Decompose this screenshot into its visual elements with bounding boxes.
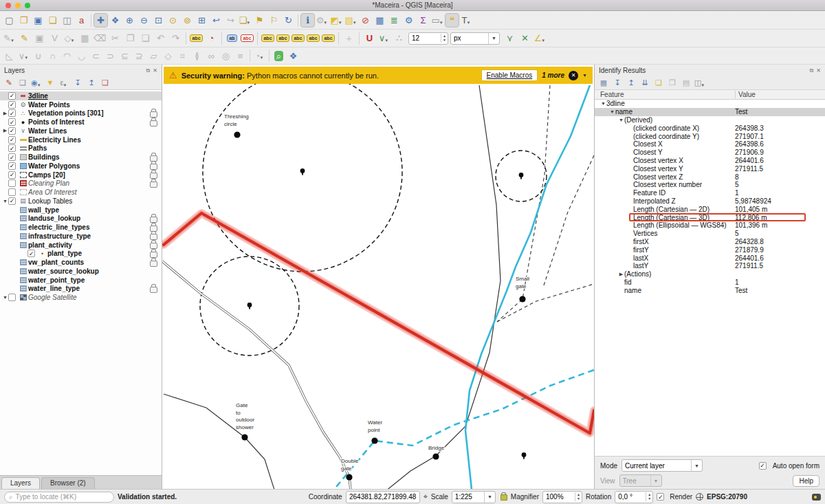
zoom-native-icon[interactable]: ⊞ — [195, 13, 209, 28]
identify-row[interactable]: Closest vertex Y271911.5 — [595, 164, 825, 173]
expand-arrow-icon[interactable]: ▼ — [2, 199, 8, 204]
mode-combo[interactable]: ▼ — [622, 459, 703, 472]
enable-snapping-icon[interactable]: U — [362, 31, 377, 45]
identify-row[interactable]: (clicked coordinate X)264398.3 — [595, 124, 825, 132]
scale-combo[interactable]: ▼ — [452, 491, 496, 503]
auto-open-form-checkbox[interactable]: ✓ — [759, 462, 767, 470]
layer-visibility-checkbox[interactable]: ✓ — [8, 92, 16, 100]
change-label-icon[interactable]: abc — [321, 31, 336, 45]
magnifier-spinbox[interactable]: ▲▼ — [542, 491, 582, 503]
copy-feature-icon[interactable]: ❐ — [666, 77, 679, 89]
render-checkbox[interactable]: ✓ — [657, 493, 664, 501]
layer-item[interactable]: ▼✓▤Lookup Tables — [0, 197, 162, 206]
layer-visibility-checkbox[interactable]: ✓ — [8, 109, 16, 117]
float-panel-icon[interactable]: ⧉ — [810, 67, 814, 74]
mode-value[interactable] — [622, 462, 691, 470]
redo-icon[interactable]: ↷ — [168, 31, 183, 45]
zoom-last-icon[interactable]: ↩ — [209, 13, 223, 28]
reshape-features-icon[interactable]: ◇ — [161, 49, 175, 63]
rotation-spinbox[interactable]: ▲▼ — [615, 491, 653, 503]
lock-scale-icon[interactable] — [500, 494, 506, 499]
simplify-feature-icon[interactable]: ◡ — [74, 49, 89, 63]
print-response-icon[interactable]: ▤ — [680, 77, 692, 89]
warning-dropdown-icon[interactable]: ▼ — [582, 73, 587, 78]
identify-settings-icon[interactable]: ◫▼ — [694, 77, 706, 89]
layer-visibility-checkbox[interactable] — [8, 294, 16, 301]
clear-results-icon[interactable]: ❏ — [652, 77, 665, 89]
sum-features-icon[interactable]: Σ — [416, 13, 430, 28]
layer-item[interactable]: Area Of Interest — [0, 188, 162, 197]
identify-features-icon[interactable]: ℹ — [300, 13, 315, 28]
expand-arrow-icon[interactable]: ▶ — [618, 272, 624, 277]
layer-item[interactable]: plant_activity — [0, 241, 162, 250]
layer-item[interactable]: ✓Electricity Lines — [0, 135, 162, 144]
panel-tab-browser-2-[interactable]: Browser (2) — [41, 477, 95, 489]
rotate-feature-icon[interactable]: ◠ — [60, 49, 74, 63]
rotate-point-symbols-icon[interactable]: ◔▼ — [252, 49, 267, 63]
stepper-arrows[interactable]: ▲▼ — [575, 492, 582, 501]
identify-row[interactable]: firstY271879.9 — [595, 245, 825, 254]
cad-tools-icon[interactable]: ◺ — [2, 49, 16, 63]
add-feature-shape-icon[interactable]: ∨▼ — [16, 49, 31, 63]
help-button[interactable]: Help — [793, 475, 820, 487]
expand-new-results-icon[interactable]: ⇊ — [639, 77, 651, 89]
delete-ring-icon[interactable]: ⊇ — [132, 49, 146, 63]
identify-row[interactable]: ▼(Derived) — [595, 116, 825, 124]
rotation-input[interactable] — [615, 493, 646, 501]
zoom-in-icon[interactable]: ⊕ — [122, 13, 137, 28]
layer-item[interactable]: water_source_lookup — [0, 267, 162, 276]
topological-editing-icon[interactable]: ⋎ — [503, 31, 517, 45]
layer-visibility-checkbox[interactable]: ✓ — [8, 162, 16, 170]
stepper-arrows[interactable]: ▲▼ — [441, 34, 448, 43]
highlight-label-icon[interactable]: abc — [261, 31, 275, 45]
layer-item[interactable]: ✓Camps [20] — [0, 171, 162, 179]
layer-item[interactable]: ▶✓∨Water Lines — [0, 127, 162, 135]
crs-status[interactable]: EPSG:20790 — [707, 493, 747, 501]
remove-layer-icon[interactable]: ❏ — [99, 77, 111, 89]
pan-map-icon[interactable]: ✚ — [94, 13, 108, 28]
layer-visibility-checkbox[interactable]: ✓ — [28, 250, 35, 257]
identify-mode-icon[interactable]: ▦ — [597, 77, 610, 89]
layer-item[interactable]: electric_line_types — [0, 223, 162, 232]
expand-arrow-icon[interactable]: ▶ — [2, 128, 8, 133]
open-project-icon[interactable]: ❐ — [16, 13, 31, 28]
open-layer-styling-icon[interactable]: ✎ — [3, 77, 15, 89]
zoom-to-selection-icon[interactable]: ⊙ — [166, 13, 180, 28]
add-part-icon[interactable]: ⊃ — [103, 49, 118, 63]
copy-move-feature-icon[interactable]: ∩ — [45, 49, 60, 63]
identify-row[interactable]: Closest vertex Z8 — [595, 173, 825, 181]
new-bookmark-icon[interactable]: ⚑ — [252, 13, 267, 28]
filter-legend-icon[interactable]: ▼ — [44, 77, 56, 89]
identify-row[interactable]: Length (Ellipsoidal — WGS84)101,396 m — [595, 221, 825, 230]
layer-visibility-checkbox[interactable] — [8, 188, 16, 196]
move-label-icon[interactable]: abc — [291, 31, 305, 45]
close-panel-icon[interactable]: ✕ — [816, 67, 821, 74]
current-edits-icon[interactable]: ✎▼ — [2, 31, 16, 45]
layer-visibility-checkbox[interactable]: ✓ — [8, 197, 16, 205]
paste-features-icon[interactable]: ❏ — [138, 31, 153, 45]
identify-row[interactable]: nameTest — [595, 286, 825, 294]
show-hide-labels-icon[interactable]: abc — [276, 31, 290, 45]
rotate-label-icon[interactable]: abc — [306, 31, 320, 45]
delete-selected-icon[interactable]: ⌫ — [93, 31, 107, 45]
identify-row[interactable]: ▼3dline — [595, 100, 825, 108]
statistical-summary-icon[interactable]: ≣ — [387, 13, 402, 28]
new-project-icon[interactable]: ▢ — [2, 13, 16, 28]
stepper-arrows[interactable]: ▲▼ — [646, 492, 652, 501]
identify-row[interactable]: Vertices5 — [595, 230, 825, 238]
identify-row[interactable]: Closest vertex X264401.6 — [595, 157, 825, 165]
close-panel-icon[interactable]: ✕ — [153, 67, 157, 74]
layer-item[interactable]: infrastructure_type — [0, 232, 162, 241]
magnifier-input[interactable] — [543, 493, 575, 501]
expand-all-icon[interactable]: ↧ — [72, 77, 84, 89]
layer-diagram-icon[interactable]: ◔ — [204, 31, 219, 45]
toggle-editing-icon[interactable]: ✎ — [17, 31, 32, 45]
identify-row[interactable]: Feature ID1 — [595, 189, 825, 197]
identify-row[interactable]: firstX264328.8 — [595, 238, 825, 246]
layer-item[interactable]: water_point_type — [0, 276, 162, 285]
identify-row[interactable]: fid1 — [595, 278, 825, 287]
layer-item[interactable]: ✓Buildings — [0, 153, 162, 162]
metasearch-icon[interactable]: ⌕ — [272, 49, 286, 63]
panel-tab-layers[interactable]: Layers — [1, 477, 40, 489]
offset-curve-icon[interactable]: ⌗ — [175, 49, 190, 63]
